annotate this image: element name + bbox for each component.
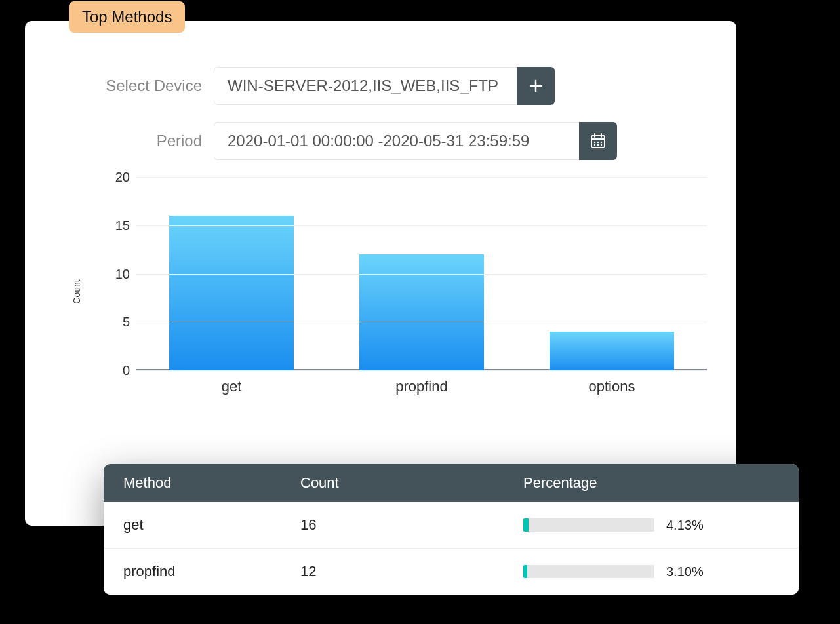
table-body: get164.13%propfind123.10% (104, 502, 799, 595)
add-device-button[interactable] (517, 67, 555, 105)
table-header: Method Count Percentage (104, 464, 799, 502)
percentage-fill (523, 565, 527, 578)
device-input[interactable]: WIN-SERVER-2012,IIS_WEB,IIS_FTP (214, 67, 529, 105)
cell-method: get (123, 517, 300, 534)
svg-point-4 (594, 144, 595, 146)
svg-point-5 (597, 144, 599, 146)
y-tick-label: 5 (110, 315, 130, 330)
y-tick-label: 20 (110, 170, 130, 185)
plus-icon (529, 79, 543, 93)
svg-point-3 (601, 142, 602, 143)
cell-count: 16 (300, 517, 523, 534)
bar[interactable] (169, 216, 294, 370)
gridline (136, 322, 707, 322)
svg-point-2 (597, 142, 599, 143)
bar[interactable] (550, 332, 674, 370)
filters: Select Device WIN-SERVER-2012,IIS_WEB,II… (87, 67, 704, 160)
chart: Count getpropfindoptions 05101520 (71, 177, 704, 406)
gridline (136, 370, 707, 371)
y-tick-label: 15 (110, 218, 130, 233)
gridline (136, 225, 707, 226)
device-filter-group: WIN-SERVER-2012,IIS_WEB,IIS_FTP (214, 67, 555, 105)
period-label: Period (87, 132, 202, 150)
y-tick-label: 10 (110, 266, 130, 281)
date-picker-button[interactable] (579, 122, 617, 160)
gridline (136, 274, 707, 275)
page-title-badge: Top Methods (69, 1, 185, 33)
percentage-fill (523, 518, 529, 532)
device-label: Select Device (87, 77, 202, 95)
svg-point-6 (601, 144, 602, 146)
bar-slot: options (517, 332, 707, 370)
header-percentage: Percentage (523, 475, 779, 492)
cell-method: propfind (123, 563, 300, 580)
y-tick-label: 0 (110, 363, 130, 378)
y-axis-label: Count (71, 279, 82, 303)
header-method: Method (123, 475, 300, 492)
bar-slot: propfind (327, 254, 517, 370)
data-table: Method Count Percentage get164.13%propfi… (104, 464, 799, 595)
percentage-text: 3.10% (666, 564, 712, 579)
chart-plot: getpropfindoptions (136, 177, 707, 370)
svg-point-1 (594, 142, 595, 143)
period-filter-row: Period 2020-01-01 00:00:00 -2020-05-31 2… (87, 122, 704, 160)
percentage-bar (523, 565, 654, 578)
cell-percentage: 3.10% (523, 564, 779, 579)
bar-slot: get (136, 216, 327, 370)
table-row[interactable]: propfind123.10% (104, 549, 799, 595)
device-filter-row: Select Device WIN-SERVER-2012,IIS_WEB,II… (87, 67, 704, 105)
period-input[interactable]: 2020-01-01 00:00:00 -2020-05-31 23:59:59 (214, 122, 591, 160)
cell-count: 12 (300, 563, 523, 580)
gridline (136, 177, 707, 178)
x-tick-label: options (589, 378, 635, 395)
period-filter-group: 2020-01-01 00:00:00 -2020-05-31 23:59:59 (214, 122, 617, 160)
percentage-bar (523, 518, 654, 532)
bar[interactable] (359, 254, 484, 370)
header-count: Count (300, 475, 523, 492)
table-row[interactable]: get164.13% (104, 502, 799, 549)
main-card: Select Device WIN-SERVER-2012,IIS_WEB,II… (25, 21, 736, 526)
x-tick-label: propfind (395, 378, 448, 395)
percentage-text: 4.13% (666, 518, 712, 533)
calendar-icon (590, 132, 607, 149)
x-tick-label: get (222, 378, 242, 395)
cell-percentage: 4.13% (523, 518, 779, 533)
